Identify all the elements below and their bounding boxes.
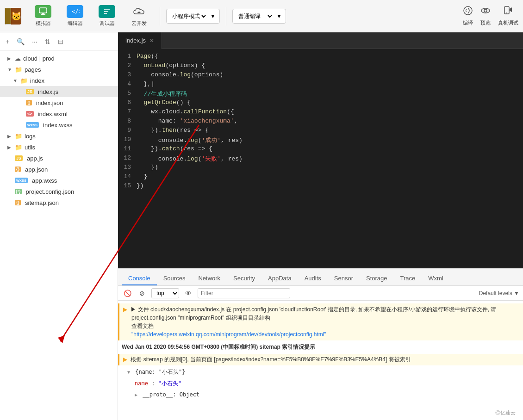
json-icon-indexjson: {}	[26, 100, 32, 105]
watermark: ◎亿速云	[495, 409, 516, 416]
avatar: 🐱	[5, 8, 21, 25]
tree-arrow-utils: ▶	[7, 145, 13, 150]
sidebar-item-utils[interactable]: ▶ 📁 utils	[0, 142, 118, 153]
compile-select[interactable]: 普通编译 自定义编译 ▼	[232, 9, 286, 24]
tab-network[interactable]: Network	[192, 272, 227, 285]
code-line-1: 1 Page({	[118, 53, 523, 62]
code-line-12: 12 console.log('失败', res)	[118, 154, 523, 164]
code-line-14: 14 }	[118, 173, 523, 182]
code-line-15: 15 })	[118, 182, 523, 191]
console-warning-1: ▶ ▶ 文件 cloud/xiaochengxuma/index.js 在 pr…	[118, 303, 523, 340]
tab-sources[interactable]: Sources	[157, 272, 192, 285]
tree-label-indexjs: index.js	[38, 88, 58, 95]
editor-tab-indexjs[interactable]: index.js ✕	[118, 32, 162, 49]
mode-chevron: ▼	[210, 13, 216, 19]
compile-chevron: ▼	[276, 13, 282, 19]
tree-label-indexjson: index.json	[36, 99, 63, 106]
wxml-icon-indexwxml: <>	[26, 111, 34, 117]
preview-button[interactable]: 预览	[480, 6, 491, 26]
sidebar-item-index-wxss[interactable]: ▶ wxss index.wxss	[0, 119, 118, 130]
code-line-8: 8 name: 'xiaochengxuma',	[118, 117, 523, 127]
tree-arrow-cloud: ▶	[7, 56, 13, 61]
sidebar-collapse-icon[interactable]: ⊟	[56, 36, 65, 47]
sidebar-item-pages[interactable]: ▼ 📁 pages	[0, 64, 118, 75]
bottom-panel: Console Sources Network Security AppData…	[118, 268, 523, 420]
debugger-label: 调试器	[100, 20, 115, 27]
devtools-subtoolbar: 🚫 ⊘ top 👁 Default levels ▼	[118, 286, 523, 301]
sidebar-item-appjson[interactable]: ▶ {} app.json	[0, 164, 118, 175]
tab-console[interactable]: Console	[122, 272, 157, 285]
sidebar-sort-icon[interactable]: ⇅	[43, 36, 52, 47]
sidebar-item-index-wxml[interactable]: ▶ <> index.wxml	[0, 108, 118, 119]
console-stop-icon[interactable]: ⊘	[137, 288, 148, 299]
console-clear-icon[interactable]: 🚫	[122, 288, 133, 299]
debugger-button[interactable]: 调试器	[92, 2, 122, 30]
cloud-folder-icon: ☁	[15, 55, 21, 62]
tab-audits[interactable]: Audits	[298, 272, 328, 285]
tab-appdata[interactable]: AppData	[262, 272, 298, 285]
proto-expand-arrow[interactable]: ▶	[135, 392, 137, 397]
wxss-icon-appwxss: wxss	[15, 178, 28, 183]
sidebar-item-index-json[interactable]: ▶ {} index.json	[0, 97, 118, 108]
code-line-11: 11 }).catch(res => {	[118, 145, 523, 154]
svg-text:☁: ☁	[137, 10, 141, 14]
tab-trace[interactable]: Trace	[394, 272, 422, 285]
editor-button[interactable]: </> 编辑器	[60, 2, 90, 30]
console-date: Wed Jan 01 2020 09:54:56 GMT+0800 (中国标准时…	[118, 341, 523, 353]
console-eye-icon[interactable]: 👁	[183, 288, 194, 299]
simulator-button[interactable]: 模拟器	[28, 2, 58, 30]
folder-icon-logs: 📁	[15, 133, 22, 140]
tab-security[interactable]: Security	[227, 272, 262, 285]
sidebar: + 🔍 ··· ⇅ ⊟ ▶ ☁ cloud | prod ▼ 📁 pages ▼…	[0, 32, 118, 420]
obj-expand-arrow[interactable]: ▼	[127, 370, 130, 375]
json-icon-appjson: {}	[15, 167, 21, 172]
sidebar-item-appwxss[interactable]: ▶ wxss app.wxss	[0, 175, 118, 186]
toolbar-divider-1	[160, 7, 160, 25]
cloud-button[interactable]: ☁ 云开发	[124, 2, 154, 30]
console-obj-root: ▼ {name: "小石头"}	[118, 366, 523, 378]
tab-wxml[interactable]: Wxml	[422, 272, 450, 285]
console-link[interactable]: "https://developers.weixin.qq.com/minipr…	[123, 331, 326, 338]
real-debug-label: 真机调试	[498, 19, 518, 26]
tree-label-appjs: app.js	[27, 155, 43, 162]
console-levels-label[interactable]: Default levels ▼	[479, 290, 519, 296]
code-line-9: 9 }).then(res => {	[118, 127, 523, 136]
sidebar-item-sitemap[interactable]: ▶ {} sitemap.json	[0, 197, 118, 208]
sidebar-item-index-js[interactable]: ▶ JS index.js	[0, 86, 118, 97]
tree-arrow-index: ▼	[13, 78, 19, 83]
tree-label-utils: utils	[25, 144, 35, 151]
sidebar-search-icon[interactable]: 🔍	[15, 36, 26, 47]
svg-rect-2	[41, 14, 45, 15]
tree-label-index-folder: index	[30, 77, 44, 84]
sidebar-add-icon[interactable]: +	[4, 36, 11, 47]
sidebar-item-projectconfig[interactable]: ▶ {*} project.config.json	[0, 186, 118, 197]
sidebar-item-cloud-prod[interactable]: ▶ ☁ cloud | prod	[0, 53, 118, 64]
real-debug-icon	[503, 6, 513, 18]
code-line-2: 2 onLoad(options) {	[118, 62, 523, 71]
tab-sensor[interactable]: Sensor	[328, 272, 360, 285]
console-context-select[interactable]: top	[151, 288, 179, 298]
tab-storage[interactable]: Storage	[360, 272, 394, 285]
tree-label-appjson: app.json	[25, 166, 48, 173]
sidebar-item-logs[interactable]: ▶ 📁 logs	[0, 130, 118, 142]
mode-select[interactable]: 小程序模式 插件模式 ▼	[166, 9, 220, 24]
real-debug-button[interactable]: 真机调试	[498, 6, 518, 26]
sidebar-item-index-folder[interactable]: ▼ 📁 index	[0, 75, 118, 86]
code-line-5: 5 //生成小程序码	[118, 90, 523, 99]
wxss-icon-indexwxss: wxss	[26, 122, 39, 128]
code-line-7: 7 wx.cloud.callFunction({	[118, 108, 523, 117]
svg-point-10	[484, 9, 487, 12]
code-line-6: 6 getQrCode() {	[118, 99, 523, 108]
compile-button[interactable]: 编译	[463, 6, 473, 26]
tab-label-indexjs: index.js	[125, 37, 146, 44]
sidebar-toolbar: + 🔍 ··· ⇅ ⊟	[0, 32, 118, 51]
sidebar-more-icon[interactable]: ···	[30, 36, 39, 47]
console-filter-input[interactable]	[198, 288, 290, 298]
code-line-4: 4 },|	[118, 80, 523, 90]
folder-icon-pages: 📁	[15, 66, 22, 73]
sidebar-item-appjs[interactable]: ▶ JS app.js	[0, 153, 118, 164]
tree-arrow-logs: ▶	[7, 134, 13, 139]
toolbar-right: 编译 预览 真机调试	[463, 6, 518, 26]
compile-icon	[463, 6, 473, 18]
tab-close-indexjs[interactable]: ✕	[149, 37, 154, 44]
